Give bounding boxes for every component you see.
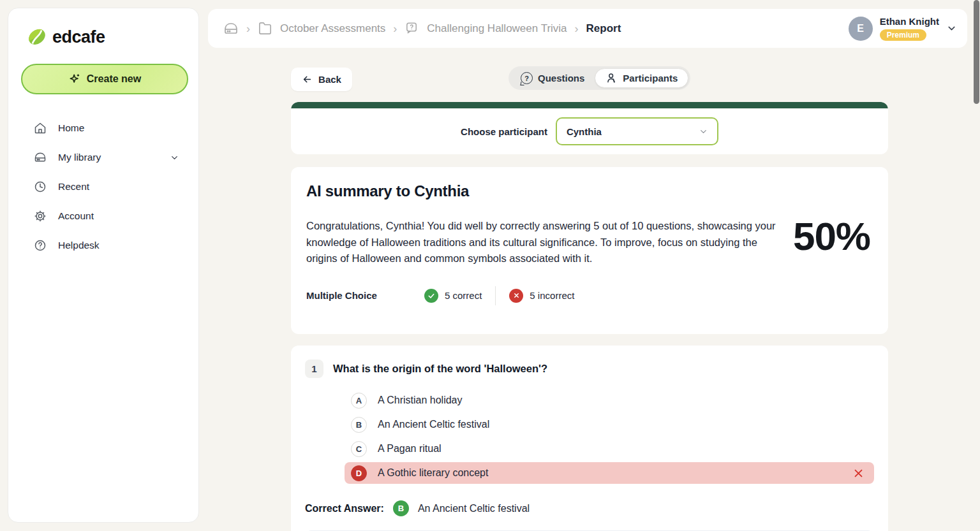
ai-summary-card: AI summary to Cynthia Congratulations, C… bbox=[291, 167, 888, 334]
sidebar: edcafe Create new Home bbox=[8, 8, 199, 523]
question-type-stats: Multiple Choice 5 correct 5 incorrect bbox=[306, 286, 873, 305]
chevron-down-icon bbox=[946, 23, 957, 34]
tab-label: Questions bbox=[538, 73, 584, 84]
breadcrumb: October Assessments Challenging Hallowee… bbox=[223, 21, 849, 36]
question-text: What is the origin of the word 'Hallowee… bbox=[333, 363, 547, 375]
incorrect-x-icon bbox=[853, 468, 864, 479]
library-drawer-icon bbox=[34, 151, 47, 164]
correct-answer-text: An Ancient Celtic festival bbox=[418, 503, 530, 514]
create-new-button[interactable]: Create new bbox=[21, 64, 188, 94]
participants-icon bbox=[605, 72, 618, 84]
option-c[interactable]: C A Pagan ritual bbox=[345, 437, 874, 461]
answer-options: A A Christian holiday B An Ancient Celti… bbox=[345, 388, 874, 484]
user-menu[interactable]: E Ethan Knight Premium bbox=[849, 16, 957, 40]
correct-count: 5 correct bbox=[445, 290, 482, 301]
create-new-label: Create new bbox=[87, 73, 141, 85]
incorrect-count: 5 incorrect bbox=[530, 290, 574, 301]
sidebar-item-helpdesk[interactable]: Helpdesk bbox=[8, 231, 198, 260]
sidebar-item-recent[interactable]: Recent bbox=[8, 172, 198, 201]
correct-answer-label: Correct Answer: bbox=[305, 503, 384, 514]
sidebar-nav: Home My library bbox=[8, 113, 198, 260]
breadcrumb-current: Report bbox=[586, 22, 621, 35]
tab-label: Participants bbox=[623, 73, 678, 84]
breadcrumb-separator bbox=[246, 23, 250, 34]
library-drawer-icon[interactable] bbox=[223, 21, 239, 36]
card-accent-bar bbox=[291, 102, 888, 108]
option-a[interactable]: A A Christian holiday bbox=[345, 388, 874, 412]
question-card: 1 What is the origin of the word 'Hallow… bbox=[291, 346, 888, 531]
summary-title: AI summary to Cynthia bbox=[306, 182, 873, 200]
edcafe-bean-icon bbox=[26, 26, 48, 48]
user-name: Ethan Knight bbox=[880, 16, 939, 27]
question-bubble-icon bbox=[521, 72, 533, 84]
tab-participants[interactable]: Participants bbox=[595, 68, 688, 88]
option-d-selected-incorrect[interactable]: D A Gothic literary concept bbox=[345, 462, 874, 484]
sidebar-item-account[interactable]: Account bbox=[8, 201, 198, 231]
participant-select[interactable]: Cynthia bbox=[556, 117, 718, 145]
sidebar-item-label: My library bbox=[58, 152, 101, 163]
avatar: E bbox=[849, 17, 873, 41]
option-b[interactable]: B An Ancient Celtic festival bbox=[345, 412, 874, 437]
sidebar-item-my-library[interactable]: My library bbox=[8, 143, 198, 172]
sparkle-icon bbox=[68, 73, 81, 85]
back-button[interactable]: Back bbox=[291, 68, 352, 91]
top-header: October Assessments Challenging Hallowee… bbox=[208, 9, 967, 48]
report-tabs: Questions Participants bbox=[509, 66, 690, 90]
chevron-down-icon bbox=[699, 127, 708, 136]
divider bbox=[495, 286, 496, 305]
option-text: An Ancient Celtic festival bbox=[378, 419, 489, 430]
option-text: A Gothic literary concept bbox=[378, 467, 488, 479]
premium-badge: Premium bbox=[880, 29, 926, 41]
logo-wordmark: edcafe bbox=[52, 27, 105, 47]
participant-chooser-card: Choose participant Cynthia bbox=[291, 102, 888, 154]
summary-body: Congratulations, Cynthia! You did well b… bbox=[306, 218, 782, 267]
score-percentage: 50% bbox=[782, 218, 873, 267]
breadcrumb-separator bbox=[575, 23, 579, 34]
sidebar-item-home[interactable]: Home bbox=[8, 113, 198, 143]
x-icon bbox=[509, 289, 523, 303]
home-icon bbox=[34, 122, 47, 135]
tab-questions[interactable]: Questions bbox=[510, 68, 595, 88]
back-label: Back bbox=[318, 74, 341, 85]
breadcrumb-folder[interactable]: October Assessments bbox=[280, 22, 385, 35]
arrow-left-icon bbox=[302, 74, 313, 85]
participant-select-value: Cynthia bbox=[567, 126, 602, 137]
breadcrumb-separator bbox=[393, 23, 397, 34]
correct-answer-row: Correct Answer: B An Ancient Celtic fest… bbox=[305, 500, 874, 516]
help-circle-icon bbox=[34, 239, 47, 252]
choose-participant-label: Choose participant bbox=[461, 126, 547, 137]
sidebar-item-label: Helpdesk bbox=[58, 240, 100, 251]
option-text: A Pagan ritual bbox=[378, 443, 442, 455]
folder-icon bbox=[258, 21, 272, 36]
option-letter-badge: C bbox=[351, 441, 367, 457]
correct-letter-badge: B bbox=[393, 500, 409, 516]
sidebar-item-label: Recent bbox=[58, 181, 89, 193]
question-number-badge: 1 bbox=[305, 360, 323, 378]
question-type-label: Multiple Choice bbox=[306, 290, 424, 301]
breadcrumb-quiz[interactable]: Challenging Halloween Trivia bbox=[427, 22, 567, 35]
option-letter-badge: B bbox=[351, 417, 367, 433]
check-icon bbox=[424, 289, 438, 303]
gear-icon bbox=[34, 210, 47, 222]
chevron-down-icon bbox=[170, 153, 179, 163]
sidebar-item-label: Home bbox=[58, 122, 84, 134]
logo[interactable]: edcafe bbox=[8, 8, 198, 48]
incorrect-stat: 5 incorrect bbox=[509, 289, 574, 303]
option-letter-badge: A bbox=[351, 393, 367, 409]
option-letter-badge: D bbox=[351, 465, 367, 481]
option-text: A Christian holiday bbox=[378, 395, 463, 406]
clock-icon bbox=[34, 180, 47, 193]
scrollbar[interactable] bbox=[974, 0, 979, 104]
correct-stat: 5 correct bbox=[424, 289, 482, 303]
quiz-bubble-icon bbox=[405, 21, 419, 36]
sidebar-item-label: Account bbox=[58, 210, 94, 222]
